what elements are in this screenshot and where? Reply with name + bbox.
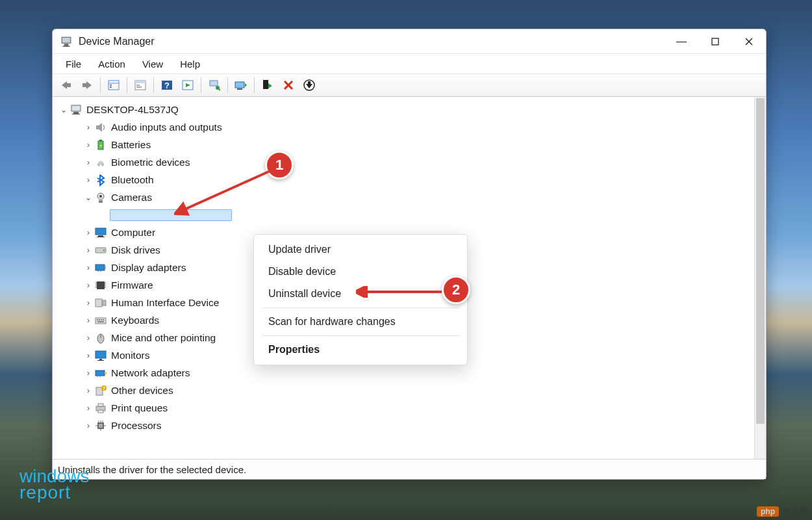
menu-help[interactable]: Help [172, 57, 208, 72]
tree-root[interactable]: ⌄ DESKTOP-4L537JQ [54, 101, 753, 118]
fingerprint-icon [94, 156, 107, 169]
menu-view[interactable]: View [134, 57, 171, 72]
panel-icon [108, 80, 120, 90]
camera-icon [94, 191, 107, 204]
toolbar-separator [254, 77, 255, 93]
ctx-scan-hardware[interactable]: Scan for hardware changes [254, 311, 467, 333]
svg-rect-46 [95, 265, 105, 270]
svg-rect-50 [97, 281, 105, 289]
svg-rect-78 [98, 404, 103, 406]
chevron-right-icon[interactable]: › [82, 228, 94, 237]
help-button[interactable]: ? [157, 76, 177, 94]
svg-rect-24 [237, 88, 242, 90]
svg-rect-2 [62, 46, 70, 46]
show-hide-tree-button[interactable] [104, 76, 123, 94]
toolbar-separator [227, 77, 228, 93]
context-menu-separator [262, 335, 459, 336]
ctx-properties[interactable]: Properties [254, 339, 467, 361]
close-button[interactable] [732, 29, 766, 54]
menubar: File Action View Help [53, 54, 766, 73]
tree-node-biometric[interactable]: ›Biometric devices [54, 153, 753, 171]
printer-icon [94, 402, 107, 415]
ctx-uninstall-device[interactable]: Uninstall device [254, 283, 467, 305]
nav-forward-button[interactable] [77, 76, 97, 94]
disk-icon [94, 244, 107, 257]
uninstall-device-button[interactable] [279, 76, 298, 94]
tree-node-audio[interactable]: ›Audio inputs and outputs [54, 118, 753, 136]
svg-rect-43 [97, 237, 105, 237]
chevron-right-icon[interactable]: › [82, 404, 94, 413]
svg-line-22 [219, 89, 220, 90]
menu-action[interactable]: Action [90, 57, 133, 72]
svg-rect-56 [105, 287, 106, 287]
chevron-right-icon[interactable]: › [82, 386, 94, 395]
chevron-right-icon[interactable]: › [82, 351, 94, 360]
chevron-right-icon[interactable]: › [82, 298, 94, 307]
svg-rect-13 [135, 81, 146, 83]
down-arrow-circle-icon [303, 79, 315, 91]
svg-rect-59 [95, 318, 106, 324]
toolbar: ? [53, 73, 766, 97]
chevron-right-icon[interactable]: › [82, 281, 94, 290]
uninstall-icon [283, 80, 294, 90]
svg-marker-27 [268, 83, 272, 88]
scrollbar-thumb[interactable] [756, 98, 765, 424]
scrollbar-track[interactable] [755, 97, 766, 459]
property-sheet-icon [134, 80, 146, 90]
chevron-down-icon[interactable]: ⌄ [58, 105, 70, 114]
svg-rect-33 [73, 112, 79, 114]
tree-node-batteries[interactable]: ›Batteries [54, 136, 753, 153]
tree-node-camera-device[interactable] [54, 206, 753, 224]
install-legacy-button[interactable] [299, 76, 319, 94]
titlebar[interactable]: Device Manager — [53, 29, 766, 54]
chevron-right-icon[interactable]: › [82, 421, 94, 430]
chevron-right-icon[interactable]: › [82, 158, 94, 167]
chevron-right-icon[interactable]: › [82, 263, 94, 272]
toolbar-separator [201, 77, 201, 93]
update-driver-button[interactable] [231, 76, 251, 94]
tree-node-network[interactable]: ›Network adapters [54, 364, 753, 382]
svg-point-49 [100, 270, 101, 272]
update-driver-icon [235, 80, 247, 90]
battery-icon [94, 138, 107, 151]
tree-node-other[interactable]: ›?Other devices [54, 382, 753, 399]
disable-device-button[interactable] [258, 76, 277, 94]
svg-marker-35 [96, 123, 102, 132]
ctx-update-driver[interactable]: Update driver [254, 239, 467, 261]
chevron-right-icon[interactable]: › [82, 333, 94, 343]
tree-node-cameras[interactable]: ⌄Cameras [54, 188, 753, 206]
ctx-disable-device[interactable]: Disable device [254, 261, 467, 283]
tree-node-processors[interactable]: ›Processors [54, 417, 753, 434]
maximize-button[interactable] [698, 29, 732, 54]
chevron-right-icon[interactable]: › [82, 316, 94, 325]
speaker-icon [94, 121, 107, 134]
tree-node-print-queues[interactable]: ›Print queues [54, 399, 753, 417]
svg-rect-42 [98, 235, 103, 237]
svg-rect-11 [110, 86, 112, 88]
minimize-button[interactable]: — [665, 29, 698, 54]
action-button[interactable] [178, 76, 197, 94]
chevron-right-icon[interactable]: › [82, 176, 94, 185]
svg-point-72 [97, 376, 98, 377]
nav-back-button[interactable] [57, 76, 76, 94]
svg-rect-37 [99, 140, 102, 141]
annotation-badge-2: 2 [442, 276, 470, 304]
svg-rect-14 [136, 84, 140, 86]
chevron-right-icon[interactable]: › [82, 140, 94, 150]
chevron-right-icon[interactable]: › [82, 123, 94, 132]
chevron-right-icon[interactable]: › [82, 369, 94, 378]
window-title: Device Manager [79, 36, 665, 47]
window-controls: — [665, 29, 766, 54]
svg-marker-7 [82, 81, 92, 89]
chevron-down-icon[interactable]: ⌄ [82, 193, 94, 202]
scan-hardware-button[interactable] [205, 76, 224, 94]
hid-icon [94, 296, 107, 309]
menu-file[interactable]: File [58, 57, 89, 72]
svg-rect-34 [72, 114, 80, 114]
vertical-scrollbar[interactable] [754, 97, 766, 459]
svg-rect-10 [110, 84, 112, 86]
chevron-right-icon[interactable]: › [82, 246, 94, 255]
tree-root-label: DESKTOP-4L537JQ [86, 104, 179, 116]
tree-node-bluetooth[interactable]: ›Bluetooth [54, 171, 753, 188]
properties-button[interactable] [131, 76, 150, 94]
